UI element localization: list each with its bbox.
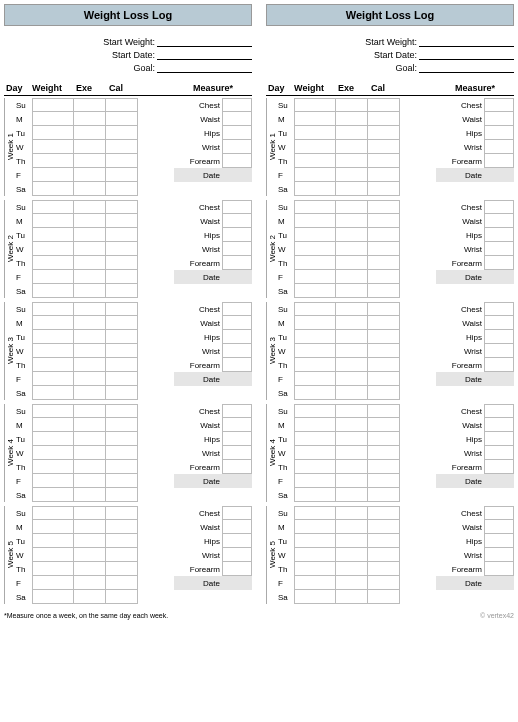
weight-cell[interactable] (294, 344, 336, 358)
weight-cell[interactable] (294, 270, 336, 284)
weight-cell[interactable] (294, 488, 336, 502)
weight-cell[interactable] (294, 548, 336, 562)
weight-cell[interactable] (294, 140, 336, 154)
cal-cell[interactable] (368, 140, 400, 154)
weight-cell[interactable] (294, 330, 336, 344)
weight-cell[interactable] (294, 358, 336, 372)
cal-cell[interactable] (368, 344, 400, 358)
measure-cell[interactable] (222, 126, 252, 140)
weight-cell[interactable] (294, 112, 336, 126)
measure-cell[interactable] (222, 214, 252, 228)
measure-cell[interactable] (484, 98, 514, 112)
meta-input-start-weight[interactable] (157, 36, 252, 47)
measure-cell[interactable] (484, 372, 514, 386)
exe-cell[interactable] (336, 256, 368, 270)
exe-cell[interactable] (336, 168, 368, 182)
cal-cell[interactable] (368, 590, 400, 604)
weight-cell[interactable] (294, 576, 336, 590)
measure-cell[interactable] (484, 140, 514, 154)
weight-cell[interactable] (294, 302, 336, 316)
measure-cell[interactable] (222, 576, 252, 590)
exe-cell[interactable] (74, 562, 106, 576)
exe-cell[interactable] (336, 548, 368, 562)
cal-cell[interactable] (368, 488, 400, 502)
weight-cell[interactable] (32, 302, 74, 316)
exe-cell[interactable] (74, 590, 106, 604)
exe-cell[interactable] (74, 330, 106, 344)
measure-cell[interactable] (222, 228, 252, 242)
cal-cell[interactable] (106, 140, 138, 154)
cal-cell[interactable] (368, 330, 400, 344)
weight-cell[interactable] (32, 344, 74, 358)
exe-cell[interactable] (336, 344, 368, 358)
weight-cell[interactable] (32, 386, 74, 400)
exe-cell[interactable] (74, 372, 106, 386)
weight-cell[interactable] (294, 214, 336, 228)
weight-cell[interactable] (294, 386, 336, 400)
measure-cell[interactable] (484, 270, 514, 284)
exe-cell[interactable] (74, 242, 106, 256)
weight-cell[interactable] (32, 548, 74, 562)
exe-cell[interactable] (336, 488, 368, 502)
cal-cell[interactable] (368, 358, 400, 372)
measure-cell[interactable] (222, 200, 252, 214)
measure-cell[interactable] (222, 372, 252, 386)
cal-cell[interactable] (106, 228, 138, 242)
measure-cell[interactable] (484, 576, 514, 590)
cal-cell[interactable] (106, 270, 138, 284)
measure-cell[interactable] (222, 256, 252, 270)
weight-cell[interactable] (294, 534, 336, 548)
cal-cell[interactable] (368, 242, 400, 256)
cal-cell[interactable] (106, 256, 138, 270)
weight-cell[interactable] (32, 404, 74, 418)
weight-cell[interactable] (294, 590, 336, 604)
measure-cell[interactable] (484, 562, 514, 576)
cal-cell[interactable] (368, 154, 400, 168)
cal-cell[interactable] (106, 432, 138, 446)
measure-cell[interactable] (222, 404, 252, 418)
cal-cell[interactable] (368, 386, 400, 400)
weight-cell[interactable] (294, 154, 336, 168)
weight-cell[interactable] (294, 182, 336, 196)
weight-cell[interactable] (32, 214, 74, 228)
measure-cell[interactable] (222, 548, 252, 562)
measure-cell[interactable] (484, 228, 514, 242)
measure-cell[interactable] (222, 446, 252, 460)
measure-cell[interactable] (484, 330, 514, 344)
cal-cell[interactable] (106, 284, 138, 298)
weight-cell[interactable] (32, 154, 74, 168)
cal-cell[interactable] (106, 562, 138, 576)
cal-cell[interactable] (106, 590, 138, 604)
cal-cell[interactable] (106, 446, 138, 460)
meta-input-goal[interactable] (157, 62, 252, 73)
exe-cell[interactable] (74, 256, 106, 270)
exe-cell[interactable] (336, 404, 368, 418)
exe-cell[interactable] (336, 446, 368, 460)
weight-cell[interactable] (294, 242, 336, 256)
exe-cell[interactable] (74, 200, 106, 214)
weight-cell[interactable] (32, 576, 74, 590)
exe-cell[interactable] (74, 270, 106, 284)
exe-cell[interactable] (336, 200, 368, 214)
measure-cell[interactable] (484, 446, 514, 460)
measure-cell[interactable] (484, 432, 514, 446)
weight-cell[interactable] (32, 474, 74, 488)
cal-cell[interactable] (368, 98, 400, 112)
measure-cell[interactable] (484, 520, 514, 534)
weight-cell[interactable] (294, 432, 336, 446)
exe-cell[interactable] (336, 98, 368, 112)
exe-cell[interactable] (336, 112, 368, 126)
exe-cell[interactable] (74, 112, 106, 126)
exe-cell[interactable] (74, 126, 106, 140)
weight-cell[interactable] (294, 168, 336, 182)
measure-cell[interactable] (222, 418, 252, 432)
exe-cell[interactable] (336, 214, 368, 228)
cal-cell[interactable] (368, 446, 400, 460)
measure-cell[interactable] (222, 534, 252, 548)
meta-input-goal[interactable] (419, 62, 514, 73)
cal-cell[interactable] (106, 534, 138, 548)
weight-cell[interactable] (32, 488, 74, 502)
cal-cell[interactable] (106, 316, 138, 330)
exe-cell[interactable] (336, 242, 368, 256)
cal-cell[interactable] (368, 284, 400, 298)
